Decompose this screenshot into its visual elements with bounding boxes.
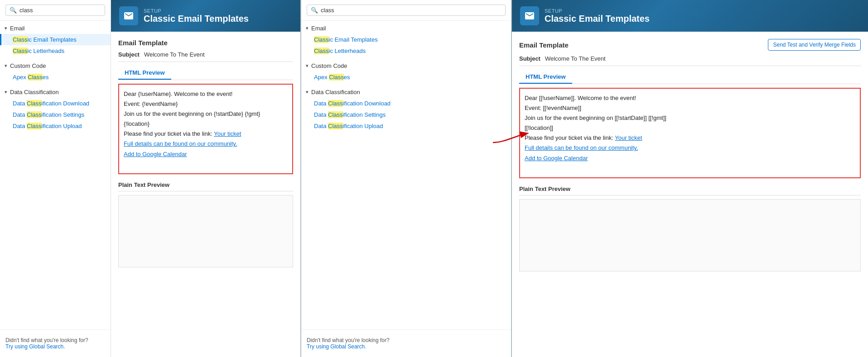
sidebar-footer: Didn't find what you're looking for? Try… [0, 329, 111, 357]
middle-sidebar-item-data-classification-download[interactable]: Data Classification Download [301, 98, 511, 109]
first-panel-body-header: Email Template [118, 39, 293, 47]
sidebar-item-data-classification-download[interactable]: Data Classification Download [0, 98, 111, 109]
first-panel-header-text: SETUP Classic Email Templates [144, 8, 249, 24]
email-group-header[interactable]: ▾ Email [0, 23, 111, 34]
preview-line-1: Dear {!userName}. Welcome to the event! [124, 89, 288, 99]
first-panel: SETUP Classic Email Templates Email Temp… [111, 0, 301, 357]
your-ticket-link-1[interactable]: Your ticket [214, 130, 241, 137]
second-panel: SETUP Classic Email Templates Email Temp… [512, 0, 868, 357]
left-sidebar: 🔍 ▾ Email Classic Email Templates Classi… [0, 0, 111, 357]
sidebar-item-classic-email-templates[interactable]: Classic Email Templates [0, 34, 111, 45]
send-test-button[interactable]: Send Test and Verify Merge Fields [768, 39, 861, 51]
email-chevron-icon: ▾ [5, 25, 7, 31]
plain-text-label-2: Plain Text Preview [519, 186, 861, 195]
middle-custom-code-group-header[interactable]: ▾ Custom Code [301, 60, 511, 71]
sidebar-item-data-classification-settings[interactable]: Data Classification Settings [0, 109, 111, 120]
middle-email-group-label: Email [311, 25, 326, 32]
nav-item-label: Classic Email Templates [314, 36, 378, 43]
preview-tab-row-1: HTML Preview [118, 67, 293, 80]
custom-code-group-label: Custom Code [10, 62, 46, 69]
middle-search-input[interactable] [321, 7, 502, 14]
data-classification-nav-section: ▾ Data Classification Data Classificatio… [0, 85, 111, 133]
email-group-label: Email [10, 25, 25, 32]
community-link-2[interactable]: Full details can be found on our communi… [525, 144, 638, 151]
global-search-link[interactable]: Try using Global Search. [5, 343, 65, 350]
second-panel-header: SETUP Classic Email Templates [512, 0, 868, 32]
preview2-line-7: Add to Google Calendar [525, 153, 855, 163]
preview2-line-5: Please find your ticket via the link: Yo… [525, 133, 855, 143]
first-panel-body: Email Template Subject Welcome To The Ev… [111, 32, 300, 357]
preview2-line-2: Event: [[!eventName]] [525, 103, 855, 113]
setup-label-1: SETUP [144, 8, 249, 14]
subject-label-1: Subject [118, 51, 140, 58]
subject-row-2: Subject Welcome To The Event [519, 55, 861, 66]
preview-line-2: Event: {!eventName} [124, 99, 288, 109]
middle-email-group-header[interactable]: ▾ Email [301, 23, 511, 34]
middle-global-search-link[interactable]: Try using Global Search. [307, 343, 366, 350]
first-panel-header: SETUP Classic Email Templates [111, 0, 300, 32]
sidebar-item-apex-classes[interactable]: Apex Classes [0, 71, 111, 83]
nav-item-label: Data Classification Download [13, 100, 89, 107]
nav-item-label: Data Classification Download [314, 100, 391, 107]
setup-label-2: SETUP [545, 8, 650, 14]
middle-sidebar-item-apex-classes[interactable]: Apex Classes [301, 71, 511, 83]
preview2-line-3: Join us for the event beginning on [[!st… [525, 113, 855, 123]
arrow-overlay [491, 127, 531, 151]
plain-text-section-1: Plain Text Preview [118, 181, 293, 267]
middle-sidebar-item-data-classification-upload[interactable]: Data Classification Upload [301, 120, 511, 132]
middle-sidebar-item-data-classification-settings[interactable]: Data Classification Settings [301, 109, 511, 120]
sidebar-search-box[interactable]: 🔍 [0, 0, 111, 21]
search-input[interactable] [19, 7, 101, 14]
email-icon-2 [520, 6, 539, 25]
panel1-title: Classic Email Templates [144, 14, 249, 24]
custom-code-group-header[interactable]: ▾ Custom Code [0, 60, 111, 71]
sidebar-item-classic-letterheads[interactable]: Classic Letterheads [0, 45, 111, 57]
middle-data-classification-nav-section: ▾ Data Classification Data Classificatio… [301, 85, 511, 133]
second-panel-header-text: SETUP Classic Email Templates [545, 8, 650, 24]
middle-sidebar-item-classic-email-templates[interactable]: Classic Email Templates [301, 34, 511, 45]
your-ticket-link-2[interactable]: Your ticket [615, 134, 642, 141]
comparison-arrow-icon [491, 127, 531, 149]
email-template-label-1: Email Template [118, 39, 168, 47]
middle-sidebar-footer: Didn't find what you're looking for? Try… [301, 329, 511, 357]
nav-item-label: Data Classification Settings [13, 111, 84, 118]
calendar-link-2[interactable]: Add to Google Calendar [525, 155, 588, 162]
plain-text-section-2: Plain Text Preview [519, 186, 861, 271]
data-classification-group-header[interactable]: ▾ Data Classification [0, 86, 111, 98]
nav-item-label: Classic Email Templates [13, 36, 77, 43]
html-preview-tab-2[interactable]: HTML Preview [519, 71, 572, 84]
preview-content-1: Dear {!userName}. Welcome to the event! … [118, 84, 293, 174]
middle-custom-code-nav-section: ▾ Custom Code Apex Classes [301, 58, 511, 85]
preview-tab-row-2: HTML Preview [519, 71, 861, 84]
middle-custom-code-group-label: Custom Code [311, 62, 347, 69]
community-link-1[interactable]: Full details can be found on our communi… [124, 140, 237, 147]
custom-code-nav-section: ▾ Custom Code Apex Classes [0, 58, 111, 85]
middle-search-icon: 🔍 [311, 7, 318, 14]
plain-text-label-1: Plain Text Preview [118, 181, 293, 191]
middle-sidebar: 🔍 ▾ Email Classic Email Templates Classi… [301, 0, 512, 357]
nav-item-label: Apex Classes [314, 74, 350, 81]
nav-item-label: Data Classification Upload [13, 123, 82, 129]
search-icon: 🔍 [10, 7, 17, 14]
middle-email-chevron-icon: ▾ [306, 25, 309, 31]
email-icon [119, 6, 138, 25]
middle-footer-text: Didn't find what you're looking for? [307, 337, 390, 343]
subject-value-1: Welcome To The Event [144, 51, 205, 58]
middle-data-classification-group-header[interactable]: ▾ Data Classification [301, 86, 511, 98]
sidebar-item-data-classification-upload[interactable]: Data Classification Upload [0, 120, 111, 132]
preview2-line-6: Full details can be found on our communi… [525, 143, 855, 153]
second-panel-body: Email Template Send Test and Verify Merg… [512, 32, 868, 357]
data-classification-group-label: Data Classification [10, 89, 59, 95]
nav-item-label: Apex Classes [13, 74, 49, 81]
plain-text-content-2 [519, 199, 861, 271]
preview2-line-1: Dear [[!userName]]. Welcome to the event… [525, 93, 855, 103]
calendar-link-1[interactable]: Add to Google Calendar [124, 151, 187, 157]
nav-item-label: Classic Letterheads [13, 48, 64, 54]
email-nav-section: ▾ Email Classic Email Templates Classic … [0, 21, 111, 58]
html-preview-tab-1[interactable]: HTML Preview [118, 67, 171, 80]
second-panel-body-header: Email Template Send Test and Verify Merg… [519, 39, 861, 51]
nav-item-label: Classic Letterheads [314, 48, 366, 54]
middle-sidebar-item-classic-letterheads[interactable]: Classic Letterheads [301, 45, 511, 57]
preview-line-5: Please find your ticket via the link: Yo… [124, 129, 288, 139]
middle-search-box[interactable]: 🔍 [301, 0, 511, 21]
